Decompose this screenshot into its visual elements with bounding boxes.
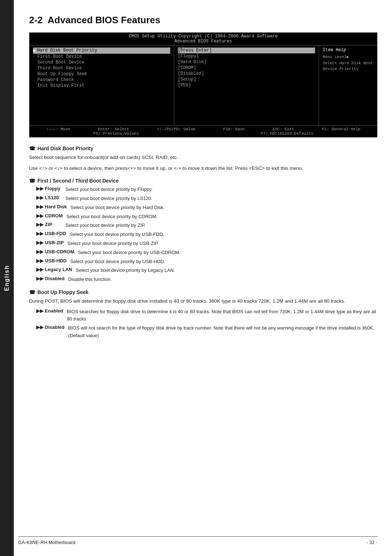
sub-desc-1-6: Select your boot device priority by USB-… [68, 240, 377, 248]
bios-item-4[interactable]: Boot Up Floppy Seek [33, 71, 170, 77]
sub-desc-1-9: Select your boot device priority by Lega… [76, 267, 377, 274]
bios-box: CMOS Setup Utility-Copyright (C) 1984-20… [29, 32, 377, 138]
bios-footer1-item-0: ↑↓→←: Move [46, 127, 70, 131]
desc-heading-text-hard-disk-boot-priority: Hard Disk Boot Priority [37, 146, 93, 151]
bios-footer1-item-1: Enter: Select [98, 127, 129, 131]
bios-value-2: [Hard Disk] [178, 59, 315, 65]
page-footer: GA-K8NE-RH Motherboard - 32 - [18, 536, 377, 545]
bios-footer: ↑↓→←: MoveEnter: Select+/-/PU/PD: ValueF… [29, 125, 377, 137]
desc-heading-boot-up-floppy-seek: ☎Boot Up Floppy Seek [29, 289, 377, 295]
sub-desc-1-5: Select your boot device priority by USB-… [70, 231, 377, 238]
bios-item-5[interactable]: Password Check [33, 77, 170, 83]
sub-icon-1-0: ▶▶ Floppy [36, 186, 62, 193]
sub-item-1-4: ▶▶ ZIPSelect your boot device priority b… [29, 222, 377, 229]
section-number: 2-2 [29, 15, 43, 25]
sub-desc-1-1: Select your boot device priority by LS12… [65, 195, 377, 203]
bios-help-panel: Item Help Menu Level▶Select Hard Disk Bo… [319, 45, 377, 125]
section-heading-text: Advanced BIOS Features [48, 15, 160, 25]
bios-footer2-item-0: F5: Previous Values [93, 131, 139, 136]
bios-item-3[interactable]: Third Boot Device [33, 65, 170, 71]
bios-value-4: [Disabled] [178, 71, 315, 77]
bios-footer1-item-2: +/-/PU/PD: Value [157, 127, 196, 131]
sub-icon-1-2: ▶▶ Hard Disk [36, 204, 67, 212]
bios-footer1-item-4: ESC: Exit [273, 127, 294, 131]
sub-item-1-1: ▶▶ LS120Select your boot device priority… [29, 195, 377, 203]
sub-item-2-1: ▶▶ DisabledBIOS will not search for the … [29, 324, 377, 340]
sub-icon-1-5: ▶▶ USB-FDD [36, 231, 66, 238]
sub-icon-1-9: ▶▶ Legacy LAN [36, 267, 72, 274]
sub-icon-1-6: ▶▶ USB-ZIP [36, 240, 64, 248]
sub-icon-1-7: ▶▶ USB-CDROM [36, 249, 74, 257]
sub-icon-2-1: ▶▶ Disabled [36, 324, 65, 340]
sidebar: English [0, 0, 14, 556]
desc-heading-hard-disk-boot-priority: ☎Hard Disk Boot Priority [29, 146, 377, 151]
bios-value-0: [Press Enter] [178, 48, 315, 53]
sub-desc-1-0: Select your boot device priority by Flop… [65, 186, 377, 193]
bios-value-5: [Setup] [178, 77, 315, 82]
footer-left: GA-K8NE-RH Motherboard [18, 540, 75, 545]
bios-item-2[interactable]: Second Boot Device [33, 60, 170, 65]
sub-item-1-8: ▶▶ USB-HDDSelect your boot device priori… [29, 258, 377, 266]
sub-icon-1-8: ▶▶ USB-HDD [36, 258, 67, 266]
desc-para-0-0: Select boot sequence for onboard(or add-… [29, 154, 377, 162]
sub-desc-2-1: BIOS will not search for the type of flo… [68, 324, 377, 340]
sub-item-2-0: ▶▶ EnabledBIOS searches for floppy disk … [29, 308, 377, 323]
telephone-icon: ☎ [29, 178, 35, 184]
sub-desc-1-8: Select your boot device priority by USB-… [70, 258, 377, 266]
bios-item-6[interactable]: Init Display First [33, 83, 170, 89]
sub-desc-1-3: Select your boot device priority by CDRO… [66, 213, 377, 221]
bios-footer1-item-3: F10: Save [223, 127, 245, 131]
bios-items-panel: ▶ Hard Disk Boot PriorityFirst Boot Devi… [29, 45, 174, 125]
bios-value-6: [PEG] [178, 82, 315, 88]
sub-icon-1-4: ▶▶ ZIP [36, 222, 62, 229]
bios-title-line1: CMOS Setup Utility-Copyright (C) 1984-20… [29, 34, 377, 39]
bios-value-3: [CDROM] [178, 65, 315, 71]
main-content: 2-2 Advanced BIOS Features CMOS Setup Ut… [18, 0, 392, 360]
bios-footer-row2: F5: Previous ValuesF7: Optimized Default… [32, 131, 374, 136]
bios-values-panel: [Press Enter][Floppy][Hard Disk][CDROM][… [174, 45, 319, 125]
desc-section-first-second-third-boot: ☎First / Second / Third Boot Device▶▶ Fl… [29, 178, 377, 283]
bios-footer-row1: ↑↓→←: MoveEnter: Select+/-/PU/PD: ValueF… [32, 127, 374, 131]
section-title: 2-2 Advanced BIOS Features [29, 15, 377, 26]
sub-item-1-10: ▶▶ DisabledDisable this function. [29, 276, 377, 283]
bios-title-line2: Advanced BIOS Features [29, 39, 377, 44]
bios-item-1[interactable]: First Boot Device [33, 54, 170, 60]
sub-item-1-9: ▶▶ Legacy LANSelect your boot device pri… [29, 267, 377, 274]
desc-para-0-1: Use <↑> or <↓> to select a device, then … [29, 164, 377, 172]
telephone-icon: ☎ [29, 289, 35, 295]
sub-item-1-0: ▶▶ FloppySelect your boot device priorit… [29, 186, 377, 193]
bios-help-line-0: Menu Level▶ [323, 54, 373, 60]
sub-item-1-2: ▶▶ Hard DiskSelect your boot device prio… [29, 204, 377, 212]
sub-icon-2-0: ▶▶ Enabled [36, 308, 63, 323]
sub-item-1-6: ▶▶ USB-ZIPSelect your boot device priori… [29, 240, 377, 248]
bios-footer2-item-1: F7: Optimized Defaults [261, 131, 313, 136]
sub-desc-2-0: BIOS searches for floppy disk drive to d… [67, 308, 377, 323]
desc-section-boot-up-floppy-seek: ☎Boot Up Floppy SeekDuring POST, BIOS wi… [29, 289, 377, 340]
desc-para-2-0: During POST, BIOS will determine the flo… [29, 297, 377, 305]
description-sections: ☎Hard Disk Boot PrioritySelect boot sequ… [29, 146, 377, 340]
telephone-icon: ☎ [29, 146, 35, 151]
sub-desc-1-4: Select your boot device priority by ZIP. [65, 222, 377, 229]
sub-desc-1-2: Select your boot device priority by Hard… [70, 204, 377, 212]
bios-footer1-item-5: F1: General Help [322, 127, 360, 131]
bios-item-0[interactable]: ▶ Hard Disk Boot Priority [33, 48, 170, 54]
sub-item-1-7: ▶▶ USB-CDROMSelect your boot device prio… [29, 249, 377, 257]
bios-value-1: [Floppy] [178, 53, 315, 59]
desc-section-hard-disk-boot-priority: ☎Hard Disk Boot PrioritySelect boot sequ… [29, 146, 377, 172]
sidebar-label: English [4, 265, 10, 291]
bios-help-line-3: Device Priority [323, 66, 373, 72]
desc-heading-text-first-second-third-boot: First / Second / Third Boot Device [37, 178, 119, 184]
bios-title-bar: CMOS Setup Utility-Copyright (C) 1984-20… [29, 33, 377, 45]
footer-right: - 32 - [367, 540, 377, 545]
sub-icon-1-3: ▶▶ CDROM [36, 213, 63, 221]
bios-help-title: Item Help [323, 48, 373, 53]
bios-body: ▶ Hard Disk Boot PriorityFirst Boot Devi… [29, 45, 377, 125]
bios-help-line-2: Select Hard Disk Boot [323, 60, 373, 66]
sub-desc-1-7: Select your boot device priority by USB-… [78, 249, 378, 257]
sub-item-1-5: ▶▶ USB-FDDSelect your boot device priori… [29, 231, 377, 238]
sub-icon-1-1: ▶▶ LS120 [36, 195, 62, 203]
sub-icon-1-10: ▶▶ Disabled [36, 276, 65, 283]
sub-item-1-3: ▶▶ CDROMSelect your boot device priority… [29, 213, 377, 221]
desc-heading-first-second-third-boot: ☎First / Second / Third Boot Device [29, 178, 377, 184]
sub-desc-1-10: Disable this function. [68, 276, 377, 283]
